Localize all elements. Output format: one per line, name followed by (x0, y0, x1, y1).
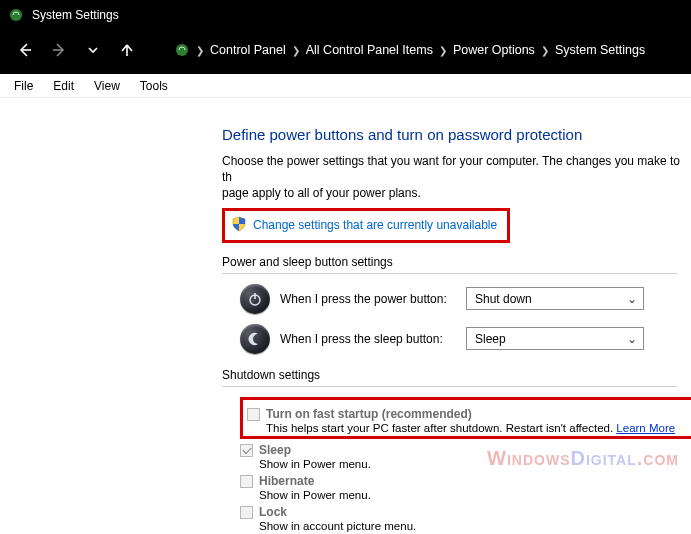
breadcrumb-item[interactable]: Control Panel (210, 43, 286, 57)
breadcrumb-item[interactable]: Power Options (453, 43, 535, 57)
section-shutdown-legend: Shutdown settings (222, 368, 677, 387)
page-desc-line: page apply to all of your power plans. (222, 186, 421, 200)
window-title: System Settings (32, 8, 119, 22)
sleep-checkbox[interactable] (240, 444, 253, 457)
change-settings-link[interactable]: Change settings that are currently unava… (253, 218, 497, 232)
window-titlebar: System Settings (0, 0, 691, 30)
lock-row: Lock Show in account picture menu. (240, 505, 691, 532)
up-button[interactable] (116, 39, 138, 61)
lock-checkbox[interactable] (240, 506, 253, 519)
chevron-right-icon[interactable]: ❯ (439, 45, 447, 56)
dropdown-value: Sleep (475, 332, 506, 346)
section-power-sleep-legend: Power and sleep button settings (222, 255, 677, 274)
power-button-label: When I press the power button: (280, 292, 456, 306)
page-desc-line: Choose the power settings that you want … (222, 154, 680, 184)
hibernate-row: Hibernate Show in Power menu. (240, 474, 691, 501)
change-settings-highlight: Change settings that are currently unava… (222, 208, 510, 243)
sleep-button-label: When I press the sleep button: (280, 332, 456, 346)
hibernate-desc: Show in Power menu. (259, 489, 691, 501)
sleep-icon (240, 324, 270, 354)
hibernate-checkbox[interactable] (240, 475, 253, 488)
back-button[interactable] (14, 39, 36, 61)
hibernate-title: Hibernate (259, 474, 691, 488)
chevron-down-icon: ⌄ (627, 292, 637, 306)
breadcrumb-item[interactable]: All Control Panel Items (306, 43, 433, 57)
content-area: Define power buttons and turn on passwor… (0, 98, 691, 532)
learn-more-link[interactable]: Learn More (616, 422, 675, 434)
forward-button[interactable] (48, 39, 70, 61)
menu-tools[interactable]: Tools (132, 77, 176, 95)
power-button-dropdown[interactable]: Shut down ⌄ (466, 287, 644, 310)
chevron-right-icon[interactable]: ❯ (196, 45, 204, 56)
shield-icon (231, 216, 247, 235)
fast-startup-desc: This helps start your PC faster after sh… (266, 422, 687, 434)
sleep-button-row: When I press the sleep button: Sleep ⌄ (240, 324, 691, 354)
app-icon (8, 7, 24, 23)
chevron-down-icon: ⌄ (627, 332, 637, 346)
recent-locations-button[interactable] (82, 39, 104, 61)
fast-startup-checkbox[interactable] (247, 408, 260, 421)
power-icon (240, 284, 270, 314)
sleep-title: Sleep (259, 443, 691, 457)
menu-edit[interactable]: Edit (45, 77, 82, 95)
navigation-bar: ❯ Control Panel ❯ All Control Panel Item… (0, 30, 691, 74)
dropdown-value: Shut down (475, 292, 532, 306)
page-description: Choose the power settings that you want … (222, 153, 682, 202)
power-button-row: When I press the power button: Shut down… (240, 284, 691, 314)
lock-title: Lock (259, 505, 691, 519)
menu-file[interactable]: File (6, 77, 41, 95)
sleep-desc: Show in Power menu. (259, 458, 691, 470)
address-bar[interactable]: ❯ Control Panel ❯ All Control Panel Item… (174, 42, 645, 58)
chevron-right-icon[interactable]: ❯ (292, 45, 300, 56)
menu-view[interactable]: View (86, 77, 128, 95)
page-title: Define power buttons and turn on passwor… (222, 126, 691, 143)
svg-point-0 (10, 9, 22, 21)
svg-point-1 (176, 44, 188, 56)
fast-startup-row: Turn on fast startup (recommended) This … (247, 407, 687, 434)
fast-startup-title: Turn on fast startup (recommended) (266, 407, 687, 421)
menu-bar: File Edit View Tools (0, 74, 691, 98)
fast-startup-highlight: Turn on fast startup (recommended) This … (240, 397, 691, 439)
location-icon (174, 42, 190, 58)
fast-startup-desc-text: This helps start your PC faster after sh… (266, 422, 616, 434)
breadcrumb-item[interactable]: System Settings (555, 43, 645, 57)
sleep-row: Sleep Show in Power menu. (240, 443, 691, 470)
sleep-button-dropdown[interactable]: Sleep ⌄ (466, 327, 644, 350)
lock-desc: Show in account picture menu. (259, 520, 691, 532)
chevron-right-icon[interactable]: ❯ (541, 45, 549, 56)
